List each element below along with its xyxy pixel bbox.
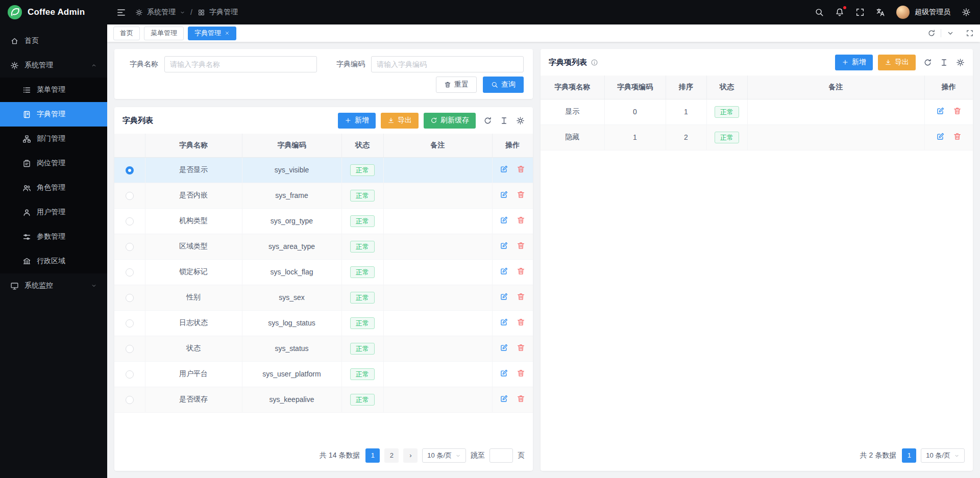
username[interactable]: 超级管理员 [915,8,950,17]
delete-icon[interactable] [517,369,525,378]
table-row[interactable]: 显示01正常 [541,99,973,124]
delete-icon[interactable] [517,190,525,199]
table-row[interactable]: 用户平台sys_user_platform正常 [114,361,533,387]
sidebar-item-dict-mgmt[interactable]: 字典管理 [0,102,107,127]
sidebar-item-user-mgmt[interactable]: 用户管理 [0,200,107,224]
table-row[interactable]: 性别sys_sex正常 [114,285,533,310]
refresh-icon[interactable] [922,29,941,37]
row-radio[interactable] [126,217,134,225]
table-row[interactable]: 日志状态sys_log_status正常 [114,310,533,336]
page-button-1[interactable]: 1 [365,448,380,463]
table-row[interactable]: 锁定标记sys_lock_flag正常 [114,259,533,285]
chevron-down-icon[interactable] [941,29,960,37]
delete-icon[interactable] [953,132,962,141]
delete-icon[interactable] [517,216,525,224]
delete-icon[interactable] [517,241,525,250]
info-icon[interactable] [591,59,598,66]
edit-icon[interactable] [936,107,945,115]
menu-fold-icon[interactable] [116,8,126,17]
refresh-cache-button[interactable]: 刷新缓存 [424,113,476,129]
edit-icon[interactable] [500,292,508,301]
sidebar-item-home[interactable]: 首页 [0,29,107,53]
row-radio[interactable] [126,319,134,328]
page-button-1[interactable]: 1 [902,448,916,463]
sidebar-item-param-mgmt[interactable]: 参数管理 [0,224,107,249]
close-icon[interactable] [225,31,230,36]
page-size-select[interactable]: 10 条/页 [921,448,965,463]
export-dict-item-button[interactable]: 导出 [878,55,916,70]
delete-icon[interactable] [517,343,525,352]
row-radio[interactable] [126,166,134,174]
sidebar-item-system[interactable]: 系统管理 [0,53,107,78]
edit-icon[interactable] [500,165,508,173]
page-size-select[interactable]: 10 条/页 [422,448,466,463]
edit-icon[interactable] [500,318,508,326]
table-row[interactable]: 区域类型sys_area_type正常 [114,234,533,259]
row-radio[interactable] [126,243,134,251]
dict-name-cell: 是否内嵌 [145,183,242,208]
edit-icon[interactable] [500,241,508,250]
refresh-icon[interactable] [923,58,932,67]
table-row[interactable]: 状态sys_status正常 [114,336,533,361]
sidebar-item-post-mgmt[interactable]: 岗位管理 [0,151,107,175]
settings-icon[interactable] [516,116,525,125]
delete-icon[interactable] [517,292,525,301]
table-row[interactable]: 是否缓存sys_keepalive正常 [114,387,533,412]
tab-menu-mgmt[interactable]: 菜单管理 [144,27,184,40]
dict-name-input[interactable] [164,56,317,72]
table-row[interactable]: 是否内嵌sys_frame正常 [114,183,533,208]
tab-home[interactable]: 首页 [113,27,140,40]
search-icon[interactable] [815,8,824,17]
table-row[interactable]: 隐藏12正常 [541,124,973,150]
edit-icon[interactable] [500,369,508,378]
delete-icon[interactable] [517,267,525,275]
edit-icon[interactable] [500,190,508,199]
settings-icon[interactable] [956,58,965,67]
jump-page-input[interactable] [489,448,513,463]
sidebar-item-region[interactable]: 行政区域 [0,249,107,273]
dict-code-input[interactable] [371,56,524,72]
row-radio[interactable] [126,268,134,276]
edit-icon[interactable] [500,216,508,224]
export-dict-button[interactable]: 导出 [381,113,419,129]
breadcrumb-item-system[interactable]: 系统管理 [147,8,176,17]
edit-icon[interactable] [500,267,508,275]
query-button[interactable]: 查询 [483,77,524,93]
table-row[interactable]: 是否显示sys_visible正常 [114,157,533,183]
delete-icon[interactable] [953,107,962,115]
breadcrumb-item-dict[interactable]: 字典管理 [209,8,238,17]
row-radio[interactable] [126,294,134,302]
column-settings-icon[interactable] [500,116,508,125]
edit-icon[interactable] [936,132,945,141]
column-settings-icon[interactable] [940,58,948,67]
edit-icon[interactable] [500,343,508,352]
next-page-button[interactable]: › [403,448,418,463]
translate-icon[interactable] [876,8,885,17]
sidebar-item-monitor[interactable]: 系统监控 [0,273,107,298]
delete-icon[interactable] [517,318,525,326]
refresh-icon[interactable] [483,116,492,125]
book-icon [22,110,31,119]
row-radio[interactable] [126,345,134,353]
settings-icon[interactable] [962,8,971,17]
table-row[interactable]: 机构类型sys_org_type正常 [114,208,533,234]
tab-dict-mgmt[interactable]: 字典管理 [188,27,236,40]
sidebar-item-dept-mgmt[interactable]: 部门管理 [0,127,107,151]
sidebar-item-menu-mgmt[interactable]: 菜单管理 [0,78,107,102]
row-radio[interactable] [126,396,134,404]
sidebar-item-role-mgmt[interactable]: 角色管理 [0,175,107,200]
page-button-2[interactable]: 2 [384,448,399,463]
reset-button[interactable]: 重置 [436,77,477,93]
row-radio[interactable] [126,192,134,200]
fullscreen-icon[interactable] [855,8,865,17]
add-dict-item-button[interactable]: 新增 [835,55,873,70]
add-dict-button[interactable]: 新增 [338,113,376,129]
content-fullscreen-icon[interactable] [966,29,974,37]
avatar[interactable] [896,6,910,19]
delete-icon[interactable] [517,165,525,173]
bell-icon[interactable] [835,8,844,17]
search-panel: 字典名称 字典编码 重置 [114,49,533,99]
delete-icon[interactable] [517,394,525,403]
row-radio[interactable] [126,370,134,379]
edit-icon[interactable] [500,394,508,403]
